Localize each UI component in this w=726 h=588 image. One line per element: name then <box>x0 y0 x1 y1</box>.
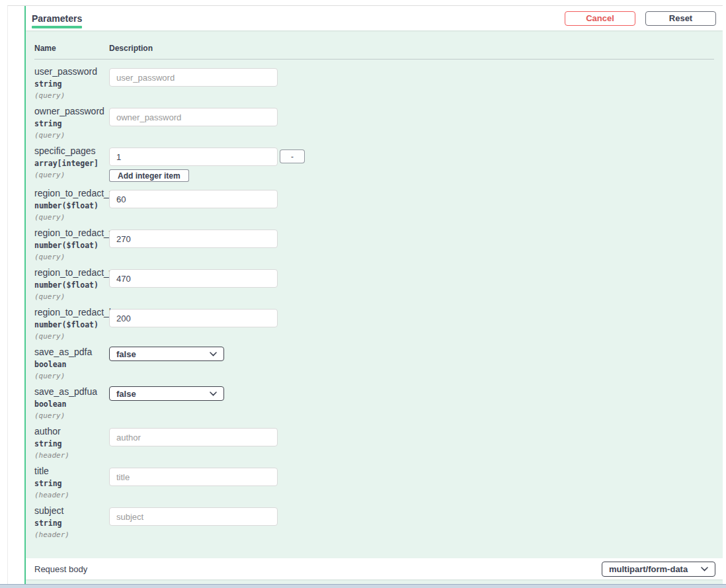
chevron-down-icon <box>210 352 217 357</box>
parameter-type: number($float) <box>34 281 109 290</box>
parameter-type: string <box>34 480 109 488</box>
parameter-row: specific_pages array[integer] (query) - … <box>34 144 714 182</box>
parameter-location: (query) <box>34 171 109 179</box>
next-block-edge <box>0 584 726 588</box>
parameter-location: (query) <box>34 411 109 420</box>
parameter-type: string <box>34 440 109 448</box>
select-value: false <box>116 389 136 399</box>
parameter-value-select[interactable]: false <box>109 347 224 361</box>
parameter-name: subject <box>34 505 109 517</box>
parameter-name: author <box>34 426 109 437</box>
parameter-name: region_to_redact_y <box>34 228 109 239</box>
parameter-row: save_as_pdfa boolean (query) false <box>34 345 714 380</box>
parameter-type: number($float) <box>34 321 109 329</box>
opblock: Parameters Cancel Reset Name Description… <box>24 6 723 588</box>
parameter-name: region_to_redact_x <box>34 188 109 199</box>
request-body-section-header: Request body multipart/form-data <box>26 558 723 579</box>
parameter-location: (header) <box>34 451 109 460</box>
parameter-value-input[interactable] <box>109 428 278 446</box>
parameter-type: string <box>34 120 109 128</box>
tab-parameters[interactable]: Parameters <box>32 6 82 30</box>
column-header-description: Description <box>109 44 153 53</box>
operation-panel: Parameters Cancel Reset Name Description… <box>7 5 723 588</box>
column-header-name: Name <box>34 44 109 53</box>
parameter-row: title string (header) <box>34 464 714 499</box>
array-item-input[interactable] <box>109 147 278 166</box>
parameter-type: string <box>34 519 109 528</box>
add-item-button[interactable]: Add integer item <box>109 169 189 182</box>
content-type-value: multipart/form-data <box>609 564 688 574</box>
parameter-value-input[interactable] <box>109 507 278 526</box>
parameter-type: number($float) <box>34 241 109 250</box>
parameters-list: user_password string (query) owner_passw… <box>34 65 714 539</box>
cancel-button[interactable]: Cancel <box>565 11 635 26</box>
parameter-value-input[interactable] <box>109 230 278 248</box>
parameter-location: (query) <box>34 332 109 341</box>
request-body-label: Request body <box>34 564 87 574</box>
header-actions: Cancel Reset <box>565 11 716 26</box>
parameter-name: save_as_pdfua <box>34 386 109 398</box>
parameter-row: region_to_redact_h number($float) (query… <box>34 306 714 341</box>
parameter-type: number($float) <box>34 202 109 210</box>
parameter-name: owner_password <box>34 106 109 117</box>
parameter-location: (query) <box>34 91 109 100</box>
parameter-type: array[integer] <box>34 159 109 168</box>
parameter-value-input[interactable] <box>109 309 278 327</box>
parameter-row: subject string (header) <box>34 504 714 539</box>
parameter-value-select[interactable]: false <box>109 386 224 401</box>
parameter-name: user_password <box>34 66 109 77</box>
parameter-value-input[interactable] <box>109 68 278 87</box>
parameter-value-input[interactable] <box>109 468 278 486</box>
select-value: false <box>116 349 136 359</box>
parameters-section-header: Parameters Cancel Reset <box>26 6 723 30</box>
parameter-row: author string (header) <box>34 425 714 460</box>
parameter-value-input[interactable] <box>109 190 278 208</box>
parameter-type: boolean <box>34 400 109 409</box>
parameter-name: region_to_redact_h <box>34 307 109 318</box>
parameter-location: (query) <box>34 292 109 301</box>
parameter-row: region_to_redact_w number($float) (query… <box>34 266 714 301</box>
content-type-select[interactable]: multipart/form-data <box>602 562 715 577</box>
parameter-location: (query) <box>34 213 109 222</box>
parameter-location: (header) <box>34 530 109 539</box>
reset-button[interactable]: Reset <box>645 11 716 26</box>
parameter-row: owner_password string (query) <box>34 105 714 140</box>
parameter-row: region_to_redact_x number($float) (query… <box>34 187 714 222</box>
parameter-row: region_to_redact_y number($float) (query… <box>34 226 714 261</box>
parameter-type: boolean <box>34 360 109 369</box>
parameter-name: region_to_redact_w <box>34 267 109 278</box>
parameter-location: (header) <box>34 491 109 499</box>
parameter-row: user_password string (query) <box>34 65 714 100</box>
parameter-name: specific_pages <box>34 146 109 157</box>
parameter-location: (query) <box>34 372 109 380</box>
remove-item-button[interactable]: - <box>280 149 305 163</box>
parameter-row: save_as_pdfua boolean (query) false <box>34 385 714 420</box>
parameter-location: (query) <box>34 253 109 261</box>
parameter-value-input[interactable] <box>109 108 278 126</box>
parameter-location: (query) <box>34 131 109 140</box>
parameter-type: string <box>34 80 109 89</box>
parameter-value-input[interactable] <box>109 269 278 288</box>
parameters-table: Name Description user_password string (q… <box>26 30 723 558</box>
parameter-name: save_as_pdfa <box>34 347 109 358</box>
chevron-down-icon <box>210 392 217 396</box>
chevron-down-icon <box>701 567 708 571</box>
parameter-name: title <box>34 466 109 477</box>
table-header-row: Name Description <box>34 44 714 60</box>
